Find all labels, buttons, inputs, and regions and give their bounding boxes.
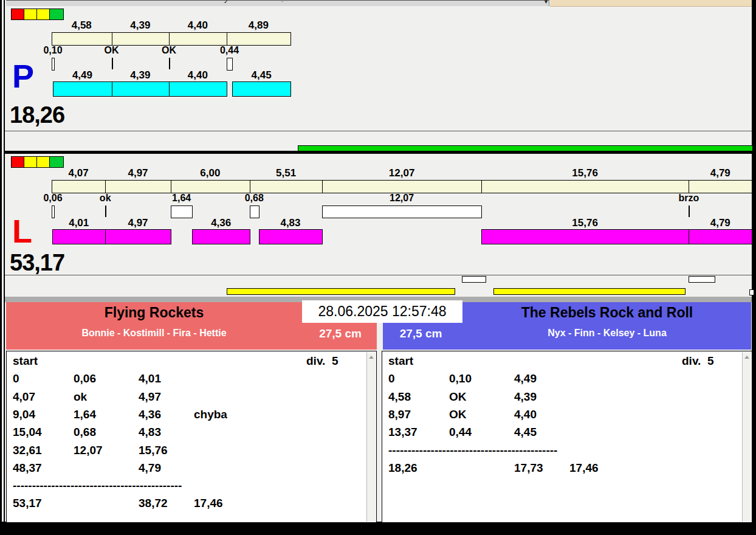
run-bar [52,229,106,244]
dropdown-arrow-icon[interactable]: ▾ [545,0,548,5]
penalty-tick-mark [169,58,170,69]
team2-name: The Rebels Rock and Roll [463,305,751,321]
penalty-label: 0,06 [43,193,62,204]
penalty-box [52,58,55,71]
run-bar [53,81,112,97]
log-total-cell: 38,72 [139,497,168,510]
menu-item-fragment[interactable] [6,0,78,6]
timing-app-window: ✓ · ▾ 4,584,394,404,890,10OKOK0,444,494,… [0,0,756,535]
log-cell: 8,97 [388,408,411,421]
log-row: 48,374,79 [7,461,376,479]
log-separator: ----------------------------------------… [388,444,557,457]
team1-nozzle-height: 27,5 cm [307,327,374,340]
split-time-label: 4,79 [710,167,730,179]
menu-item-fragment[interactable] [132,0,297,6]
log-row: 13,370,444,45 [382,426,752,443]
log-cell: 0,44 [449,426,472,439]
lane-track-line [5,131,752,131]
section-divider [5,151,752,154]
log-cell: 1,64 [74,408,96,421]
log-cell: OK [449,390,467,404]
split-segment [169,32,227,46]
log-cell: 48,37 [13,461,42,475]
log-cell: 13,37 [388,426,418,439]
penalty-label: 0,10 [43,45,62,56]
run-time-label: 4,01 [69,217,89,229]
lane-total-time: 53,17 [10,250,64,276]
log-cell: 4,39 [514,390,537,404]
team2-members: Nyx - Finn - Kelsey - Luna [463,328,751,339]
split-time-label: 4,39 [130,19,150,32]
run-bar [232,81,291,97]
split-time-label: 15,76 [572,167,598,179]
split-time-label: 4,07 [69,167,89,179]
log-cell: 4,45 [514,426,537,439]
log-row: 4,07ok4,97 [7,390,376,408]
menu-item-fragment[interactable] [78,0,133,6]
log-cell: 0,68 [74,426,96,439]
run-time-label: 4,49 [72,69,92,81]
log-row: 00,064,01 [7,372,376,390]
log-cell: 32,61 [13,444,42,457]
menu-text-fragment: · [281,0,283,5]
log-row: startdiv. 5 [382,354,752,372]
log-cell: 4,07 [13,390,35,404]
team1-name: Flying Rockets [6,305,302,321]
penalty-box [52,205,55,218]
run-bar [192,229,250,244]
penalty-label: ok [100,193,111,204]
white-marker-box [749,289,754,295]
log-cell: OK [449,408,467,421]
menu-item-fragment[interactable] [442,0,500,6]
menu-bar: ✓ · ▾ [5,0,752,6]
log-total-cell: 17,46 [194,497,223,510]
team2-log-table: startdiv. 500,104,494,58OK4,398,97OK4,40… [382,351,752,523]
penalty-label: 0,68 [245,193,264,204]
start-light-3 [49,9,64,20]
window-title-strip [550,0,752,7]
menu-item-fragment[interactable] [499,0,549,6]
log-header-div: div. 5 [306,354,338,368]
log-total-cell: 17,46 [569,461,599,475]
penalty-label: OK [105,45,119,56]
run-bar [259,229,323,244]
log-cell: 4,40 [514,408,537,421]
split-time-label: 12,07 [389,167,415,179]
start-light-3 [49,156,64,168]
log-total-cell: 18,26 [388,461,418,475]
penalty-box [227,58,233,71]
log-cell: 12,07 [74,444,103,457]
split-segment [52,32,112,46]
split-time-label: 4,89 [249,19,269,32]
penalty-box [250,205,259,218]
split-time-label: 4,40 [188,19,208,32]
split-time-label: 5,51 [276,167,296,179]
log-row: 53,1738,7217,46 [7,497,376,514]
lane-total-time: 18,26 [10,102,64,128]
log-cell: 0 [388,372,395,385]
run-bar [105,229,171,244]
log-cell: 0 [13,372,19,385]
menu-item-fragment[interactable] [377,0,442,6]
penalty-label: 12,07 [390,193,414,204]
split-segment [105,180,171,193]
white-marker-box [689,276,715,283]
penalty-box [171,205,193,218]
penalty-label: OK [162,45,176,56]
lane-letter-P: P [12,60,34,92]
split-segment [689,180,752,193]
run-time-label: 4,79 [710,217,730,229]
team1-members: Bonnie - Kostimill - Fira - Hettie [6,328,302,339]
menu-item-fragment[interactable] [296,0,377,6]
log-row: 4,58OK4,39 [382,390,752,408]
split-segment [250,180,323,193]
run-bar [112,81,170,97]
log-cell: 4,79 [139,461,161,475]
yellow-marker-bar [493,288,686,295]
log-separator: ----------------------------------------… [13,479,182,492]
penalty-label: 1,64 [172,193,191,204]
window-left-edge [2,0,4,522]
team2-nozzle-height: 27,5 cm [389,327,453,340]
log-cell: 4,97 [139,390,161,404]
log-cell: 0,06 [74,372,96,385]
